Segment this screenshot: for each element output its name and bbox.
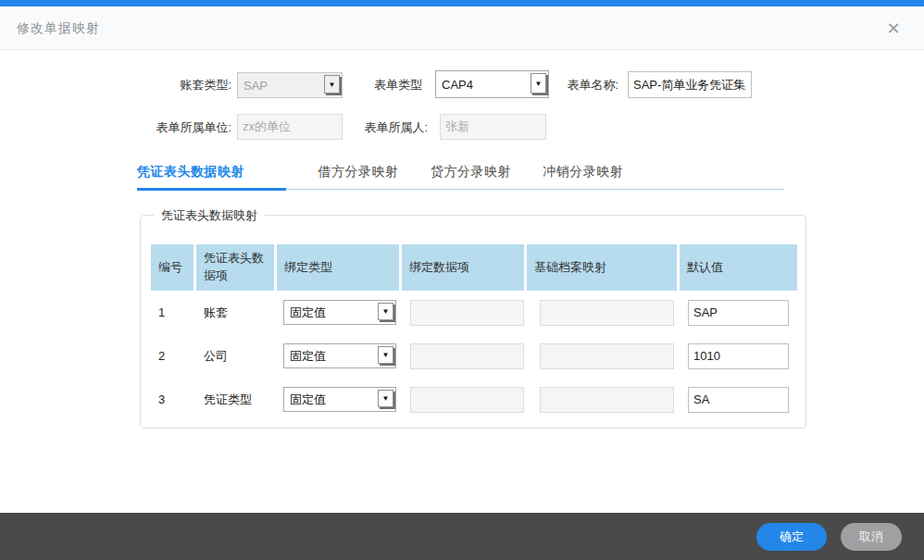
tab-voucher-header-mapping[interactable]: 凭证表头数据映射 [137,164,286,189]
panel-legend: 凭证表头数据映射 [154,207,265,224]
default-value-input[interactable] [688,343,789,369]
mapping-tabs: 凭证表头数据映射 借方分录映射 贷方分录映射 冲销分录映射 [137,163,784,190]
row-no: 1 [151,305,194,319]
dialog-titlebar: 修改单据映射 ✕ [0,6,924,50]
header-item: 凭证表头数据项 [196,244,274,291]
base-archive-input[interactable] [540,300,674,326]
bind-type-select[interactable]: 固定值 ▼ [283,300,396,325]
tab-debit-entry-mapping[interactable]: 借方分录映射 [318,164,398,189]
bind-data-input[interactable] [410,343,524,369]
header-default-value: 默认值 [680,244,797,291]
row-item: 账套 [196,305,274,321]
row-no: 2 [151,349,194,363]
chevron-down-icon: ▼ [378,390,393,407]
form-org-input[interactable] [237,114,343,140]
table-row: 1 账套 固定值 ▼ [151,291,797,334]
form-type-label: 表单类型 [367,71,422,99]
dialog-footer: 确定 取消 [0,513,924,560]
bind-data-input[interactable] [410,300,524,326]
accent-bar [0,0,924,6]
confirm-button[interactable]: 确定 [756,523,827,551]
tab-credit-entry-mapping[interactable]: 贷方分录映射 [431,164,511,189]
mapping-table: 编号 凭证表头数据项 绑定类型 绑定数据项 基础档案映射 默认值 1 账套 固定… [151,244,797,421]
table-row: 3 凭证类型 固定值 ▼ [151,378,797,421]
header-bind-type: 绑定类型 [277,244,399,291]
table-row: 2 公司 固定值 ▼ [151,334,797,378]
row-item: 公司 [196,348,274,365]
form-name-label: 表单名称: [556,71,618,99]
form-owner-label: 表单所属人: [352,114,428,142]
chevron-down-icon: ▼ [531,73,546,93]
chevron-down-icon: ▼ [324,75,340,93]
header-base-archive: 基础档案映射 [527,244,677,291]
form-org-label: 表单所属单位: [111,114,231,142]
account-type-select[interactable]: SAP ▼ [237,72,343,98]
base-archive-input[interactable] [540,387,674,413]
form-name-input[interactable] [628,71,752,98]
header-no: 编号 [151,244,194,291]
table-header-row: 编号 凭证表头数据项 绑定类型 绑定数据项 基础档案映射 默认值 [151,244,797,291]
bind-type-select[interactable]: 固定值 ▼ [283,343,396,368]
tab-writeoff-entry-mapping[interactable]: 冲销分录映射 [543,164,623,189]
row-no: 3 [151,392,194,406]
form-owner-input[interactable] [440,114,546,140]
bind-data-input[interactable] [410,387,524,413]
modify-document-mapping-dialog: 修改单据映射 ✕ 账套类型: SAP ▼ 表单类型 CAP4 ▼ 表单名称: 表… [0,0,924,560]
base-archive-input[interactable] [540,343,674,369]
default-value-input[interactable] [688,300,789,326]
default-value-input[interactable] [688,387,789,413]
header-bind-data: 绑定数据项 [402,244,524,291]
account-type-label: 账套类型: [139,71,231,99]
close-icon[interactable]: ✕ [883,19,904,39]
chevron-down-icon: ▼ [378,346,393,364]
chevron-down-icon: ▼ [378,303,393,320]
dialog-title: 修改单据映射 [17,20,100,37]
voucher-header-mapping-panel: 凭证表头数据映射 编号 凭证表头数据项 绑定类型 绑定数据项 基础档案映射 默认… [140,215,806,429]
form-type-select[interactable]: CAP4 ▼ [435,70,549,98]
row-item: 凭证类型 [196,392,274,408]
bind-type-select[interactable]: 固定值 ▼ [283,387,396,412]
cancel-button[interactable]: 取消 [841,523,902,551]
